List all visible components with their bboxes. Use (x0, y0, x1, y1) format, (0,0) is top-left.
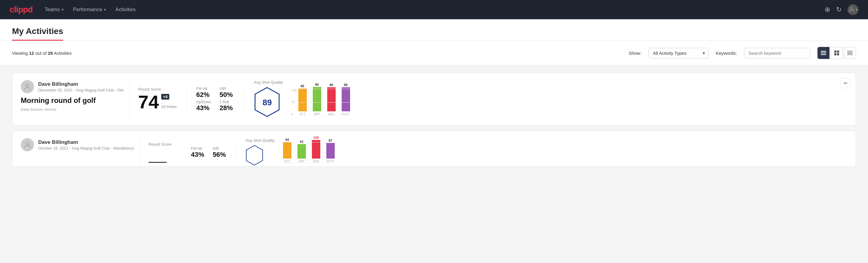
oneputt-section: 1 Putt 28% (220, 100, 234, 112)
activity-type-select[interactable]: All Activity Types (648, 48, 709, 58)
svg-rect-8 (847, 51, 852, 52)
holes-label: 18 Holes (161, 105, 177, 109)
search-input[interactable] (744, 48, 810, 58)
bar-putt: 89 PUTT (342, 83, 350, 116)
performance-chevron-icon: ▾ (104, 7, 106, 12)
svg-rect-1 (821, 51, 826, 52)
view-grid-button[interactable] (831, 47, 843, 59)
gir-section: GIR 50% (220, 87, 234, 99)
bar-ott-2: 94 OTT (283, 138, 291, 163)
svg-rect-6 (834, 53, 836, 55)
svg-rect-2 (821, 53, 826, 54)
y-label-50: 50 (291, 100, 297, 104)
fw-hit-label: FW Hit (196, 87, 211, 91)
svg-rect-10 (847, 53, 852, 54)
card-user-section: Dave Billingham December 05, 2021 - Gog … (21, 80, 123, 112)
bar-arg: 89 ARG (327, 83, 336, 116)
updown-label: Up/Down (196, 100, 211, 104)
score-badge: +4 (161, 94, 169, 99)
round-score-section-2: Round Score (149, 142, 181, 163)
round-score-label-2: Round Score (149, 142, 172, 147)
avg-shot-quality-section: Avg Shot Quality 89 (244, 80, 847, 118)
oneputt-value: 28% (220, 104, 234, 112)
bar-app: 90 APP (313, 83, 321, 116)
hexagon-container: 89 (254, 87, 280, 118)
bar-chart: 100 50 0 (291, 83, 364, 116)
avg-shot-quality-section-2: Avg Shot Quality 94 OTT (236, 138, 847, 167)
svg-point-14 (26, 142, 29, 145)
stats-grid-section-2: FW Hit 43% GIR 56% (181, 147, 236, 158)
header-right: ⊕ ↻ ▾ (825, 4, 858, 15)
hexagon-icon-2 (245, 145, 264, 166)
logo[interactable]: clippd (10, 5, 32, 14)
user-avatar[interactable]: ▾ (847, 4, 858, 15)
svg-rect-3 (821, 54, 826, 55)
add-icon[interactable]: ⊕ (825, 6, 830, 13)
activity-title: Morning round of golf (21, 96, 123, 105)
filter-bar: Viewing 12 out of 29 Activities Show: Al… (0, 41, 868, 65)
user-avatar-small (21, 80, 34, 93)
updown-section: Up/Down 43% (196, 100, 211, 112)
activity-card-2: Dave Billingham October 16, 2021 - Gog M… (12, 130, 856, 167)
header-left: clippd Teams ▾ Performance ▾ Activities (10, 5, 136, 14)
svg-rect-9 (847, 52, 852, 53)
user-name: Dave Billingham (38, 81, 123, 87)
bar-app-2: 82 APP (298, 140, 306, 163)
gir-value: 50% (220, 91, 234, 99)
view-toggle (817, 47, 856, 59)
svg-rect-5 (837, 51, 839, 53)
page-title-bar: My Activities (0, 19, 868, 41)
teams-chevron-icon: ▾ (62, 7, 63, 12)
user-date-2: October 16, 2021 - Gog Magog Golf Club -… (38, 146, 134, 150)
edit-button[interactable]: ✏ (840, 78, 851, 88)
user-chevron-icon: ▾ (856, 7, 858, 12)
activity-type-dropdown-wrapper[interactable]: All Activity Types (648, 48, 709, 58)
svg-point-0 (850, 7, 853, 10)
svg-rect-7 (837, 53, 839, 55)
bar-arg-2: 106 ARG (312, 136, 320, 163)
keywords-label: Keywords: (716, 51, 737, 56)
stats-grid-section: FW Hit 62% GIR 50% Up/Down 43% 1 Putt (187, 87, 245, 112)
round-score-value: 74 (138, 93, 159, 111)
main-content: ✏ Dave Billingham December 05, 2021 - Go… (0, 65, 868, 179)
svg-rect-11 (847, 55, 852, 55)
svg-rect-4 (834, 51, 836, 53)
refresh-icon[interactable]: ↻ (836, 6, 841, 13)
user-name-2: Dave Billingham (38, 139, 134, 145)
card-user-section-2: Dave Billingham October 16, 2021 - Gog M… (21, 138, 134, 151)
nav-teams[interactable]: Teams ▾ (44, 7, 63, 12)
y-label-100: 100 (291, 89, 297, 92)
updown-value: 43% (196, 104, 211, 112)
user-avatar-small-2 (21, 138, 34, 151)
page-title: My Activities (12, 19, 63, 40)
fw-hit-value: 62% (196, 91, 211, 99)
avg-shot-label: Avg Shot Quality (254, 80, 283, 85)
avg-shot-value: 89 (262, 98, 272, 108)
view-list-compact-button[interactable] (844, 47, 856, 59)
fw-hit-section: FW Hit 62% (196, 87, 211, 99)
bar-putt-2: 87 PUTT (326, 139, 335, 163)
svg-marker-15 (246, 145, 262, 165)
user-date: December 05, 2021 - Gog Magog Golf Club … (38, 88, 123, 92)
svg-point-12 (26, 84, 29, 87)
oneputt-label: 1 Putt (220, 100, 234, 104)
viewing-text: Viewing 12 out of 29 Activities (12, 51, 71, 56)
bar-chart-2: 94 OTT 82 APP 106 ARG (283, 142, 335, 163)
gir-label: GIR (220, 87, 234, 91)
y-label-0: 0 (291, 113, 297, 116)
score-line (149, 162, 166, 163)
round-score-section: Round Score 74 +4 18 Holes (138, 87, 186, 111)
activity-card: ✏ Dave Billingham December 05, 2021 - Go… (12, 72, 856, 126)
show-label: Show: (629, 51, 641, 56)
round-score-label: Round Score (138, 87, 177, 91)
main-nav: Teams ▾ Performance ▾ Activities (44, 7, 135, 12)
view-list-dense-button[interactable] (817, 47, 830, 59)
nav-activities[interactable]: Activities (116, 7, 136, 12)
data-source: Data Source: Arccos (21, 107, 123, 112)
main-header: clippd Teams ▾ Performance ▾ Activities … (0, 0, 868, 19)
nav-performance[interactable]: Performance ▾ (73, 7, 106, 12)
